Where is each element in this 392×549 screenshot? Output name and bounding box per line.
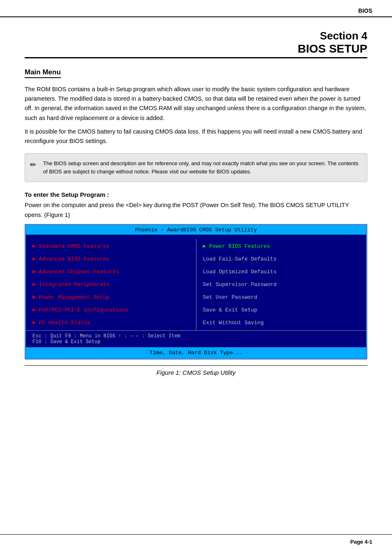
bios-screen: Phoenix - AwardBIOS CMOS Setup Utility ►… (25, 224, 367, 360)
bios-item-standard[interactable]: ► Standard CMOS Features (32, 242, 189, 251)
bios-item-power-bios[interactable]: ► Power BIOS Features (203, 242, 360, 251)
bios-item-user-pw[interactable]: Set User Password (203, 293, 360, 302)
section-name: BIOS SETUP (25, 42, 367, 58)
bios-item-supervisor-pw[interactable]: Set Supervisor Password (203, 280, 360, 289)
main-menu-title: Main Menu (25, 68, 367, 80)
bios-title: Phoenix - AwardBIOS CMOS Setup Utility (135, 227, 257, 233)
page-footer: Page 4-1 (0, 534, 392, 549)
figure-caption: Figure 1: CMOS Setup Utility (25, 365, 367, 376)
main-content: Section 4 BIOS SETUP Main Menu The ROM B… (0, 17, 392, 392)
bios-footer: Esc : Quit F9 : Menu in BIOS ↑ ↓ → ← : S… (26, 330, 366, 347)
header-label: BIOS (358, 7, 372, 14)
bios-item-load-optimized[interactable]: Load Optimized Defaults (203, 268, 360, 276)
bios-footer-line1: Esc : Quit F9 : Menu in BIOS ↑ ↓ → ← : S… (32, 333, 360, 339)
bios-item-integrated[interactable]: ► Integrated Peripherals (32, 280, 189, 289)
page-number: Page 4-1 (350, 539, 372, 545)
figure-caption-text: Figure 1: CMOS Setup Utility (157, 369, 236, 376)
bios-body: ► Standard CMOS Features ► Advanced BIOS… (26, 235, 366, 330)
bios-title-bar: Phoenix - AwardBIOS CMOS Setup Utility (26, 225, 366, 235)
page-header: BIOS (0, 0, 392, 17)
bios-item-power-mgmt[interactable]: ► Power Management Setup (32, 293, 189, 302)
intro-paragraph-1: The ROM BIOS contains a built-in Setup p… (25, 85, 367, 123)
bios-item-load-failsafe[interactable]: Load Fail-Safe Defaults (203, 255, 360, 263)
bios-status-text: Time, Date, Hard Disk Type... (150, 350, 242, 356)
bios-item-health[interactable]: ► PC Health Status (32, 318, 189, 327)
setup-heading: To enter the Setup Program : (25, 191, 367, 198)
bios-footer-line2: F10 : Save & Exit Setup (32, 339, 360, 345)
note-box: ✏ The BIOS setup screen and description … (25, 153, 367, 182)
bios-status-bar: Time, Date, Hard Disk Type... (26, 347, 366, 358)
section-title: Section 4 BIOS SETUP (25, 30, 367, 58)
bios-item-save-exit[interactable]: Save & Exit Setup (203, 306, 360, 314)
setup-description: Power on the computer and press the <Del… (25, 201, 367, 219)
bios-item-exit-nosave[interactable]: Exit Without Saving (203, 318, 360, 327)
bios-item-pnp[interactable]: ► PnP/PCI/PCI-E Configurations (32, 306, 189, 314)
bios-item-advanced-bios[interactable]: ► Advanced BIOS Features (32, 255, 189, 263)
bios-left-column: ► Standard CMOS Features ► Advanced BIOS… (26, 239, 196, 330)
bios-item-advanced-chipset[interactable]: ► Advanced Chipset Features (32, 268, 189, 276)
pencil-icon: ✏ (30, 159, 36, 171)
intro-paragraph-2: It is possible for the CMOS battery to f… (25, 127, 367, 146)
section-number: Section 4 (25, 30, 367, 42)
bios-right-column: ► Power BIOS Features Load Fail-Safe Def… (196, 239, 367, 330)
note-text: The BIOS setup screen and description ar… (43, 160, 358, 175)
